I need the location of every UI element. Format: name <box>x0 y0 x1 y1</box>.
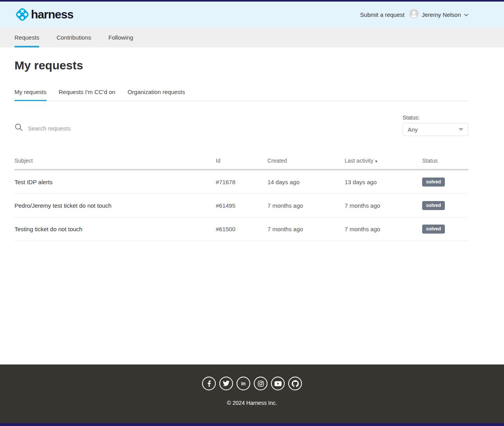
status-badge: solved <box>422 225 445 233</box>
search-icon <box>14 123 23 133</box>
table-row[interactable]: Testing ticket do not touch #61500 7 mon… <box>14 218 468 241</box>
cell-status: solved <box>422 225 468 233</box>
main-content: My requests My requests Requests I'm CC'… <box>0 47 504 364</box>
nav-tab-following[interactable]: Following <box>108 27 133 47</box>
table-header-row: Subject Id Created Last activity▼ Status <box>14 158 468 170</box>
status-filter: Status: Any <box>403 114 468 136</box>
cell-created: 7 months ago <box>267 202 345 209</box>
nav-tab-requests[interactable]: Requests <box>14 27 39 47</box>
user-name: Jeremy Nelson <box>422 11 461 18</box>
col-header-created: Created <box>267 158 345 164</box>
cell-subject[interactable]: Pedro/Jeremy test ticket do not touch <box>14 202 216 209</box>
cell-subject[interactable]: Testing ticket do not touch <box>14 226 216 232</box>
search-input[interactable] <box>28 125 177 132</box>
social-links: in <box>0 377 504 390</box>
requests-table: Subject Id Created Last activity▼ Status… <box>14 158 468 241</box>
copyright-text: © 2024 Harness Inc. <box>0 400 504 406</box>
nav-tab-contributions[interactable]: Contributions <box>56 27 91 47</box>
cell-last-activity: 7 months ago <box>345 202 422 209</box>
avatar <box>409 9 419 20</box>
chevron-down-icon <box>464 11 468 18</box>
cell-last-activity: 13 days ago <box>345 179 422 185</box>
twitter-icon[interactable] <box>219 377 233 390</box>
col-header-last-activity[interactable]: Last activity▼ <box>345 158 422 164</box>
status-label: Status: <box>403 114 468 121</box>
user-menu[interactable]: Jeremy Nelson <box>409 9 468 20</box>
table-row[interactable]: Test IDP alerts #71678 14 days ago 13 da… <box>14 170 468 194</box>
col-header-subject: Subject <box>14 158 216 164</box>
filter-row: Status: Any <box>14 114 468 136</box>
status-badge: solved <box>422 178 445 186</box>
cell-created: 14 days ago <box>267 179 345 185</box>
youtube-icon[interactable] <box>271 377 285 390</box>
status-select[interactable]: Any <box>403 123 468 136</box>
subtab-my-requests[interactable]: My requests <box>14 89 47 101</box>
site-header: harness Submit a request Jeremy Nelson <box>0 2 504 27</box>
harness-logo[interactable]: harness <box>14 7 73 22</box>
subtab-organization-requests[interactable]: Organization requests <box>128 89 185 101</box>
cell-id: #61500 <box>216 226 267 232</box>
sort-desc-icon: ▼ <box>374 160 378 163</box>
page-title: My requests <box>14 47 468 72</box>
status-select-value: Any <box>408 126 418 133</box>
cell-subject[interactable]: Test IDP alerts <box>14 179 216 185</box>
status-badge: solved <box>422 201 445 210</box>
cell-status: solved <box>422 178 468 186</box>
table-row[interactable]: Pedro/Jeremy test ticket do not touch #6… <box>14 194 468 218</box>
subtab-ccd-requests[interactable]: Requests I'm CC'd on <box>59 89 116 101</box>
submit-request-link[interactable]: Submit a request <box>360 11 405 18</box>
requests-subtabs: My requests Requests I'm CC'd on Organiz… <box>14 89 468 101</box>
cell-created: 7 months ago <box>267 226 345 232</box>
linkedin-icon[interactable]: in <box>237 377 250 390</box>
cell-id: #61495 <box>216 202 267 209</box>
bottom-brand-strip <box>0 423 504 426</box>
select-arrow-icon <box>459 128 463 131</box>
cell-id: #71678 <box>216 179 267 185</box>
cell-status: solved <box>422 201 468 210</box>
github-icon[interactable] <box>288 377 302 390</box>
col-header-status: Status <box>422 158 468 164</box>
cell-last-activity: 7 months ago <box>345 226 422 232</box>
col-header-id: Id <box>216 158 267 164</box>
instagram-icon[interactable] <box>254 377 267 390</box>
harness-wordmark: harness <box>31 8 73 21</box>
search-box <box>14 123 177 133</box>
footer: in © 2024 Harness Inc. <box>0 364 504 423</box>
harness-logo-icon <box>14 7 30 22</box>
facebook-icon[interactable] <box>202 377 216 390</box>
main-nav: Requests Contributions Following <box>0 27 504 47</box>
